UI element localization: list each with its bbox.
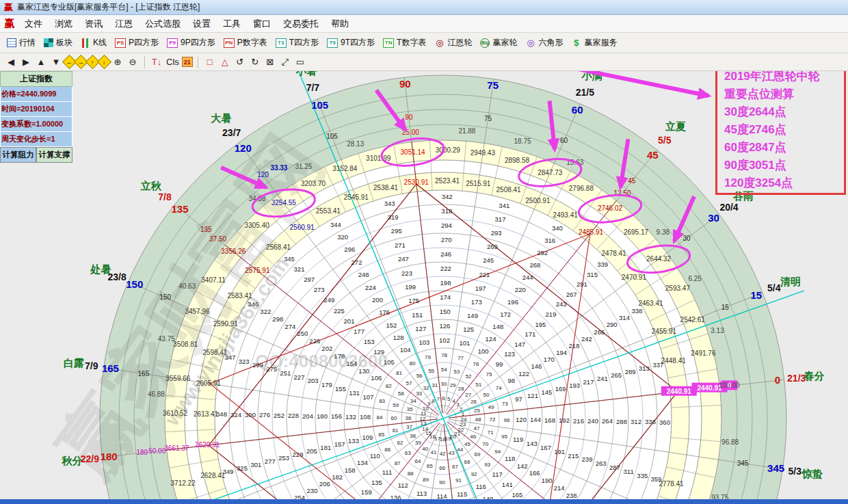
wheel-number: 272 bbox=[352, 258, 362, 266]
square-tool-icon[interactable]: □ bbox=[203, 55, 217, 69]
price-value: 3051.14 bbox=[401, 148, 426, 156]
zoom-in-icon[interactable]: ⊕ bbox=[111, 55, 124, 69]
toolbar-button-9P四方形[interactable]: P99P四方形 bbox=[163, 36, 220, 50]
wheel-number: 268 bbox=[529, 261, 540, 269]
wheel-number: 319 bbox=[388, 213, 399, 221]
wheel-number: 191 bbox=[554, 448, 565, 455]
wheel-number: 205 bbox=[306, 447, 317, 455]
wheel-number: 216 bbox=[573, 417, 584, 425]
wheel-number: 194 bbox=[556, 349, 567, 356]
resize-icon[interactable]: ⤢ bbox=[278, 55, 292, 69]
wheel-number: 179 bbox=[321, 381, 332, 388]
wheel-number: 170 bbox=[544, 356, 555, 363]
percent-value: 50.00 bbox=[148, 447, 165, 455]
rotate-cw-icon[interactable]: ↻ bbox=[248, 55, 262, 69]
wheel-number: 157 bbox=[334, 440, 345, 448]
toolbar-button-9T四方形[interactable]: T99T四方形 bbox=[323, 36, 379, 50]
up-icon[interactable]: ▲ bbox=[34, 55, 48, 69]
menu-item-0[interactable]: 文件 bbox=[18, 16, 49, 31]
triangle-tool-icon[interactable]: △ bbox=[218, 55, 232, 69]
menu-item-7[interactable]: 窗口 bbox=[247, 16, 277, 31]
toolbar-button-板块[interactable]: 板块 bbox=[40, 36, 77, 50]
wheel-number: 147 bbox=[514, 341, 525, 348]
down-icon[interactable]: ▼ bbox=[49, 55, 63, 69]
cls-button[interactable]: Cls bbox=[165, 55, 181, 69]
fit-icon[interactable]: ⊠ bbox=[263, 55, 277, 69]
updown-icon[interactable]: T↓ bbox=[150, 55, 163, 69]
wheel-number: 248 bbox=[358, 271, 369, 278]
menu-item-8[interactable]: 交易委托 bbox=[277, 16, 325, 31]
wheel-number: 264 bbox=[602, 417, 613, 425]
wheel-number: 29 bbox=[450, 382, 456, 388]
price-value: 2847.73 bbox=[538, 169, 563, 176]
wheel-number: 82 bbox=[386, 383, 392, 389]
wheel-number: 128 bbox=[393, 334, 404, 341]
toolbar-button-江恩轮[interactable]: ◎江恩轮 bbox=[430, 36, 476, 50]
price-value: 2593.47 bbox=[665, 284, 691, 292]
wheel-number: 263 bbox=[596, 460, 607, 467]
toolbar-button-六角形[interactable]: ◎六角形 bbox=[521, 36, 567, 50]
main-toolbar: 行情板块K线PSP四方形P99P四方形PNP数字表T3T四方形T99T四方形TN… bbox=[0, 33, 848, 53]
calc-button-1[interactable]: 计算支撑 bbox=[36, 147, 72, 163]
app-logo-icon: 赢 bbox=[4, 1, 13, 14]
date-label: 5/3 bbox=[789, 466, 802, 477]
wheel-number: 144 bbox=[530, 416, 541, 423]
toolbar-button-行情[interactable]: 行情 bbox=[3, 36, 40, 50]
blocks-icon bbox=[44, 38, 53, 47]
shift-down-icon[interactable]: ↓ bbox=[97, 55, 111, 69]
wheel-number: 31 bbox=[432, 382, 438, 388]
wheel-number: 173 bbox=[471, 298, 482, 306]
annotation-line-3: 45度2746点 bbox=[724, 121, 837, 139]
calc-button-0[interactable]: 计算阻力 bbox=[0, 147, 36, 163]
price-value: 2949.43 bbox=[471, 149, 496, 157]
degree-label: 345 bbox=[767, 462, 784, 474]
wheel-number: 44 bbox=[457, 447, 463, 453]
wheel-number: 220 bbox=[515, 286, 526, 293]
forward-icon[interactable]: ▶ bbox=[19, 55, 33, 69]
menu-item-9[interactable]: 帮助 bbox=[325, 16, 355, 31]
wheel-number: 92 bbox=[471, 471, 477, 477]
toolbar-label: K线 bbox=[93, 37, 107, 49]
menu-item-1[interactable]: 浏览 bbox=[49, 16, 79, 31]
menu-item-2[interactable]: 资讯 bbox=[79, 16, 109, 31]
wheel-number: 239 bbox=[582, 455, 593, 463]
wheel-number: 54 bbox=[441, 367, 447, 373]
menu-item-4[interactable]: 公式选股 bbox=[139, 16, 187, 31]
wheel-number: 320 bbox=[337, 233, 348, 241]
wheel-number: 223 bbox=[401, 269, 412, 277]
zoom-out-icon[interactable]: ⊖ bbox=[126, 55, 140, 69]
menu-item-3[interactable]: 江恩 bbox=[109, 16, 139, 31]
screen-icon[interactable]: ▭ bbox=[293, 55, 307, 69]
wheel-number: 301 bbox=[250, 461, 261, 468]
wheel-number: 3 bbox=[456, 401, 460, 408]
toolbar-label: T数字表 bbox=[397, 37, 426, 49]
toolbar-button-P四方形[interactable]: PSP四方形 bbox=[111, 36, 163, 50]
wheel-number: 73 bbox=[502, 401, 508, 407]
wheel-number: 84 bbox=[377, 414, 383, 421]
back-icon[interactable]: ◀ bbox=[4, 55, 18, 69]
menu-bar: 赢 文件浏览资讯江恩公式选股设置工具窗口交易委托帮助 bbox=[0, 15, 848, 33]
toolbar-button-赢家轮[interactable]: Big赢家轮 bbox=[476, 36, 521, 50]
percent-value: 96.88 bbox=[721, 438, 739, 446]
calendar-icon[interactable]: 21 bbox=[182, 57, 193, 67]
rotate-ccw-icon[interactable]: ↺ bbox=[233, 55, 247, 69]
toolbar-button-T四方形[interactable]: T3T四方形 bbox=[271, 36, 323, 50]
wheel-number: 200 bbox=[372, 296, 383, 304]
menu-item-5[interactable]: 设置 bbox=[187, 16, 217, 31]
wheel-number: 95 bbox=[501, 434, 507, 440]
wheel-number: 228 bbox=[288, 412, 299, 419]
date-label: 7/9 bbox=[85, 360, 98, 371]
toolbar-button-P数字表[interactable]: PNP数字表 bbox=[220, 36, 271, 50]
menu-items: 文件浏览资讯江恩公式选股设置工具窗口交易委托帮助 bbox=[18, 16, 355, 31]
toolbar-button-K线[interactable]: K线 bbox=[77, 36, 111, 50]
wheel-number: 342 bbox=[442, 193, 453, 200]
price-value: 2542.61 bbox=[680, 316, 706, 323]
wheel-number: 41 bbox=[430, 449, 436, 455]
price-value: 3661.37 bbox=[164, 445, 189, 452]
small-degree-label: 90 bbox=[405, 114, 413, 121]
toolbar-button-赢家服务[interactable]: $赢家服务 bbox=[567, 36, 621, 50]
wheel-number: 341 bbox=[499, 202, 509, 209]
toolbar-button-T数字表[interactable]: TNT数字表 bbox=[379, 36, 430, 50]
wheel-number: 111 bbox=[382, 468, 392, 476]
menu-item-6[interactable]: 工具 bbox=[217, 16, 247, 31]
